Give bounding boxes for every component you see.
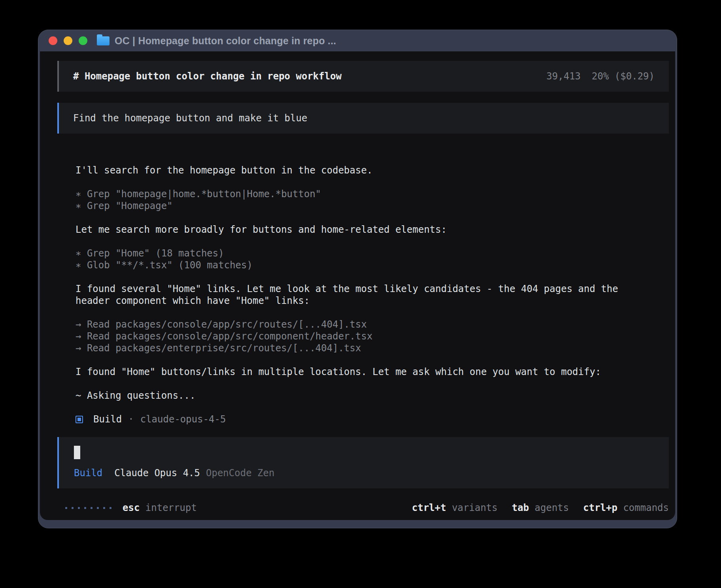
prompt-input[interactable]: Build Claude Opus 4.5 OpenCode Zen [57, 437, 669, 488]
agent-mode-label: Build [74, 467, 102, 479]
spinner-dot [109, 507, 111, 509]
spinner-dot [103, 507, 105, 509]
hint-label [446, 502, 452, 513]
hint-label: variants [452, 502, 498, 513]
hint-label [140, 502, 145, 513]
context-cost: 20% ($0.29) [592, 71, 655, 82]
user-message-text: Find the homepage button and make it blu… [73, 113, 307, 124]
assistant-text: Let me search more broadly for buttons a… [75, 224, 669, 236]
hint-label [529, 502, 534, 513]
terminal-window: OC | Homepage button color change in rep… [38, 30, 677, 528]
agent-build-icon [75, 416, 83, 423]
session-stats: 39,41320% ($0.29) [546, 70, 655, 82]
progress-spinner-icon [65, 507, 111, 509]
status-bar: esc interrupt ctrl+t variants tab agents… [57, 502, 669, 514]
zoom-button[interactable] [79, 36, 87, 45]
model-row: Build Claude Opus 4.5 OpenCode Zen [74, 467, 655, 479]
assistant-text: I found "Home" buttons/links in multiple… [75, 366, 669, 378]
agent-name: Build [93, 413, 122, 425]
user-message: Find the homepage button and make it blu… [57, 103, 669, 134]
hint-agents: tab agents [512, 502, 569, 514]
hint-key: tab [512, 502, 529, 513]
token-count: 39,413 [546, 71, 581, 82]
spinner-dot [78, 507, 80, 509]
agent-model: claude-opus-4-5 [140, 413, 226, 425]
tool-call-read: → Read packages/console/app/src/routes/[… [75, 318, 669, 330]
window-titlebar[interactable]: OC | Homepage button color change in rep… [38, 30, 677, 51]
assistant-text: I'll search for the homepage button in t… [75, 164, 669, 176]
model-provider: OpenCode Zen [206, 467, 274, 479]
terminal-content: # Homepage button color change in repo w… [40, 51, 675, 520]
text-cursor [74, 446, 80, 459]
tool-call-grep: ∗ Grep "Homepage" [75, 200, 669, 212]
assistant-text: header component which have "Home" links… [75, 295, 669, 307]
hint-interrupt: esc interrupt [123, 502, 197, 514]
assistant-text: I found several "Home" links. Let me loo… [75, 283, 669, 295]
tool-call-read: → Read packages/enterprise/src/routes/[.… [75, 342, 669, 354]
session-header: # Homepage button color change in repo w… [57, 61, 669, 92]
hint-label: interrupt [145, 502, 197, 513]
status-text: ~ Asking questions... [75, 390, 669, 401]
close-button[interactable] [49, 36, 57, 45]
spinner-dot [97, 507, 99, 509]
hint-variants: ctrl+t variants [412, 502, 498, 514]
window-title: OC | Homepage button color change in rep… [115, 35, 336, 47]
spinner-dot [65, 507, 67, 509]
tool-call-grep: ∗ Grep "homepage|home.*button|Home.*butt… [75, 188, 669, 200]
traffic-lights [49, 36, 87, 45]
session-title: # Homepage button color change in repo w… [73, 70, 342, 82]
desktop: OC | Homepage button color change in rep… [0, 0, 721, 588]
hint-key: ctrl+p [583, 502, 617, 513]
spinner-dot [72, 507, 74, 509]
separator-dot-icon: · [128, 413, 134, 425]
hint-label [617, 502, 623, 513]
spinner-dot [84, 507, 86, 509]
hint-key: esc [123, 502, 140, 513]
hint-commands: ctrl+p commands [583, 502, 669, 514]
hint-label: agents [535, 502, 569, 513]
assistant-transcript: I'll search for the homepage button in t… [57, 164, 669, 425]
agent-build-icon-dot [77, 418, 81, 421]
minimize-button[interactable] [64, 36, 72, 45]
model-name: Claude Opus 4.5 [114, 467, 200, 479]
tool-call-read: → Read packages/console/app/src/componen… [75, 330, 669, 342]
tool-call-glob: ∗ Glob "**/*.tsx" (100 matches) [75, 259, 669, 271]
hint-label: commands [623, 502, 669, 513]
spinner-dot [91, 507, 92, 509]
hint-key: ctrl+t [412, 502, 446, 513]
folder-icon [97, 36, 109, 45]
tool-call-grep: ∗ Grep "Home" (18 matches) [75, 247, 669, 259]
agent-status-row: Build · claude-opus-4-5 [75, 413, 669, 425]
